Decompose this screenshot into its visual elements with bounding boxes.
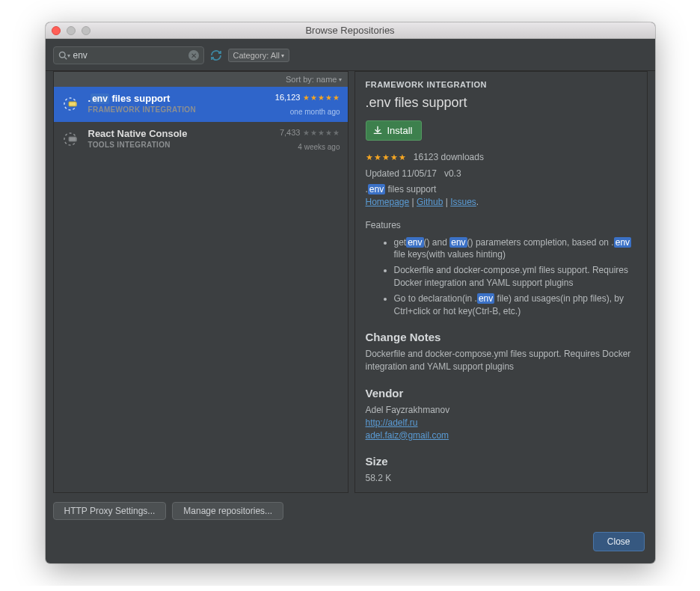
plugin-category: TOOLS INTEGRATION — [88, 141, 251, 149]
version-label: v0.3 — [444, 168, 461, 179]
updated-ago: 4 weeks ago — [258, 143, 340, 151]
plugin-item-env-files-support[interactable]: .env files support FRAMEWORK INTEGRATION… — [54, 87, 348, 122]
github-link[interactable]: Github — [417, 197, 443, 207]
manage-repositories-button[interactable]: Manage repositories... — [172, 502, 283, 520]
features-heading: Features — [366, 219, 636, 232]
size-heading: Size — [366, 453, 636, 469]
homepage-link[interactable]: Homepage — [366, 197, 410, 207]
plugin-detail-panel: FRAMEWORK INTEGRATION .env files support… — [354, 71, 648, 493]
plugin-name: .env files support — [88, 93, 251, 104]
vendor-name: Adel Fayzrakhmanov — [366, 404, 636, 417]
bottom-buttons: HTTP Proxy Settings... Manage repositori… — [46, 493, 655, 524]
feature-item: Go to declaration(in .env file) and usag… — [394, 293, 636, 318]
feature-item: Dockerfile and docker-compose.yml files … — [394, 264, 636, 290]
change-notes-heading: Change Notes — [366, 329, 636, 345]
svg-point-0 — [59, 52, 65, 58]
updated-row: Updated 11/05/17 v0.3 — [366, 168, 636, 180]
vendor-heading: Vendor — [366, 385, 636, 401]
star-rating-icon: ★★★★★ — [366, 153, 407, 162]
clear-search-icon[interactable]: ✕ — [188, 50, 199, 61]
chevron-down-icon: ▾ — [281, 52, 284, 59]
plugin-meta: 16,123 ★★★★★ one month ago — [258, 93, 340, 116]
download-icon — [372, 125, 383, 135]
vendor-email-link[interactable]: adel.faiz@gmail.com — [366, 430, 449, 441]
download-count: 16,123 — [275, 93, 301, 102]
plugin-icon — [61, 94, 81, 114]
short-description: .env files support — [366, 183, 636, 196]
install-button[interactable]: Install — [366, 120, 423, 141]
window-title: Browse Repositories — [46, 25, 655, 36]
updated-label: Updated 11/05/17 — [366, 168, 437, 179]
search-icon — [58, 51, 67, 60]
plugin-list: .env files support FRAMEWORK INTEGRATION… — [54, 87, 348, 492]
toolbar: ▾ ✕ Category: All ▾ — [46, 39, 655, 71]
size-value: 58.2 K — [366, 472, 636, 485]
plugin-category: FRAMEWORK INTEGRATION — [88, 105, 251, 114]
issues-link[interactable]: Issues — [450, 197, 476, 207]
close-button[interactable]: Close — [593, 532, 645, 551]
search-input[interactable] — [73, 50, 185, 61]
chevron-down-icon: ▾ — [339, 76, 342, 83]
detail-category: FRAMEWORK INTEGRATION — [366, 79, 636, 91]
dialog-window: Browse Repositories ▾ ✕ Category: All ▾ … — [46, 22, 655, 563]
plugin-item-react-native-console[interactable]: React Native Console TOOLS INTEGRATION 7… — [54, 122, 348, 157]
stats-row: ★★★★★ 16123 downloads — [366, 151, 636, 164]
svg-rect-3 — [69, 102, 76, 106]
category-filter[interactable]: Category: All ▾ — [228, 49, 289, 62]
detail-title: .env files support — [366, 94, 636, 112]
titlebar: Browse Repositories — [46, 22, 655, 39]
proxy-settings-button[interactable]: HTTP Proxy Settings... — [53, 502, 167, 520]
plugin-list-panel: Sort by: name ▾ .env files support FRAME… — [53, 71, 349, 493]
plugin-name: React Native Console — [88, 128, 251, 139]
category-label: Category: All — [233, 51, 280, 60]
search-field[interactable]: ▾ ✕ — [53, 46, 204, 64]
download-count: 7,433 — [280, 128, 301, 137]
vendor-url-link[interactable]: http://adelf.ru — [366, 417, 418, 428]
plugin-icon — [61, 129, 81, 149]
updated-ago: one month ago — [258, 108, 340, 116]
feature-item: getenv() and env() parameters completion… — [394, 236, 636, 262]
search-dropdown-icon[interactable]: ▾ — [67, 52, 70, 59]
features-list: getenv() and env() parameters completion… — [366, 236, 636, 318]
install-label: Install — [387, 125, 413, 136]
links-row: Homepage | Github | Issues. — [366, 196, 636, 209]
change-notes-text: Dockerfile and docker-compose.yml files … — [366, 348, 636, 373]
sort-label: Sort by: name — [286, 75, 337, 84]
downloads-text: 16123 downloads — [414, 152, 484, 162]
dialog-footer: Close — [46, 524, 655, 563]
svg-line-1 — [64, 57, 67, 59]
star-rating-icon: ★★★★★ — [303, 94, 340, 102]
svg-rect-5 — [69, 137, 76, 141]
plugin-meta: 7,433 ★★★★★ 4 weeks ago — [258, 128, 340, 151]
refresh-button[interactable] — [210, 49, 222, 61]
star-rating-icon: ★★★★★ — [303, 129, 340, 137]
sort-bar[interactable]: Sort by: name ▾ — [54, 72, 348, 87]
